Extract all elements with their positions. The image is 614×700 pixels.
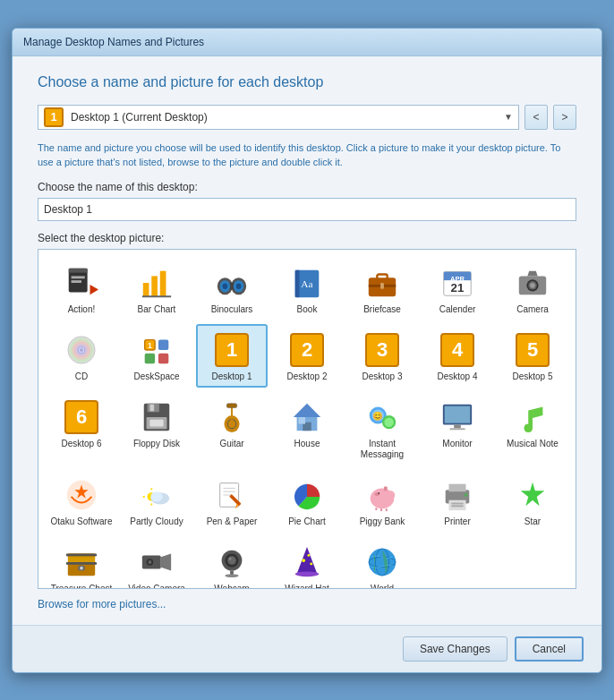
svg-rect-43 xyxy=(149,404,154,411)
picture-item-floppy[interactable]: Floppy Disk xyxy=(121,391,192,465)
svg-rect-86 xyxy=(449,483,466,491)
book-icon: Aa xyxy=(288,264,326,302)
picture-label-musical-note: Musical Note xyxy=(507,439,559,449)
picture-label-pie-chart: Pie Chart xyxy=(288,516,326,527)
picture-label-deskspace: DeskSpace xyxy=(133,371,179,382)
svg-rect-39 xyxy=(145,353,155,363)
picture-grid: Action!Bar ChartBinocularsAaBookBriefcas… xyxy=(46,257,568,589)
svg-point-90 xyxy=(465,493,468,497)
picture-item-desktop5[interactable]: 5Desktop 5 xyxy=(497,324,568,388)
svg-rect-7 xyxy=(160,270,166,296)
svg-point-30 xyxy=(530,283,535,288)
otaku-icon xyxy=(63,476,100,514)
picture-label-desktop3: Desktop 3 xyxy=(362,371,402,382)
svg-rect-5 xyxy=(143,283,149,296)
svg-rect-95 xyxy=(66,562,97,565)
picture-item-wizard-hat[interactable]: Wizard Hat xyxy=(271,536,343,589)
svg-rect-2 xyxy=(72,276,85,278)
picture-item-printer[interactable]: Printer xyxy=(422,469,493,533)
svg-rect-53 xyxy=(299,417,306,424)
camera-icon xyxy=(514,264,551,302)
picture-item-house[interactable]: House xyxy=(271,391,343,465)
picture-label-monitor: Monitor xyxy=(442,439,472,449)
treasure-chest-icon xyxy=(63,543,100,581)
save-button[interactable]: Save Changes xyxy=(403,636,507,662)
picture-item-treasure-chest[interactable]: Treasure Chest xyxy=(46,536,117,589)
picture-item-webcam[interactable]: Webcam xyxy=(196,536,268,589)
svg-text:21: 21 xyxy=(451,280,465,294)
svg-rect-20 xyxy=(377,274,387,279)
picture-label-binoculars: Binoculars xyxy=(211,304,253,315)
picture-label-desktop6: Desktop 6 xyxy=(61,439,101,449)
desktop-badge: 1 xyxy=(44,107,64,127)
svg-point-58 xyxy=(384,417,393,426)
picture-label-desktop4: Desktop 4 xyxy=(437,371,477,382)
svg-rect-81 xyxy=(384,486,388,491)
picture-item-action[interactable]: Action! xyxy=(46,257,117,320)
picture-item-desktop2[interactable]: 2Desktop 2 xyxy=(271,324,343,388)
picture-item-piggy-bank[interactable]: Piggy Bank xyxy=(346,469,418,533)
prev-desktop-button[interactable]: < xyxy=(524,105,548,130)
svg-point-14 xyxy=(223,283,228,289)
picture-item-deskspace[interactable]: 1DeskSpace xyxy=(121,324,192,388)
picture-label-bar-chart: Bar Chart xyxy=(138,304,176,315)
svg-marker-1 xyxy=(69,268,88,272)
deskspace-icon: 1 xyxy=(138,331,175,369)
picture-item-binoculars[interactable]: Binoculars xyxy=(196,257,268,320)
picture-item-guitar[interactable]: Guitar xyxy=(196,391,268,465)
svg-point-113 xyxy=(369,548,396,575)
svg-point-35 xyxy=(70,337,94,362)
picture-label-desktop5: Desktop 5 xyxy=(512,371,552,382)
browse-link[interactable]: Browse for more pictures... xyxy=(38,598,166,610)
picture-label-action: Action! xyxy=(68,304,96,315)
picture-label-world: World xyxy=(371,584,394,589)
picture-item-desktop3[interactable]: 3Desktop 3 xyxy=(346,324,418,388)
picture-item-musical-note[interactable]: Musical Note xyxy=(497,391,568,465)
dropdown-arrow-icon: ▼ xyxy=(504,112,513,122)
desktop2-icon: 2 xyxy=(288,331,326,369)
picture-item-partly-cloudy[interactable]: Partly Cloudy xyxy=(121,469,192,533)
cancel-button[interactable]: Cancel xyxy=(515,636,584,662)
picture-item-briefcase[interactable]: Briefcase xyxy=(346,257,418,320)
picture-item-cd[interactable]: CD xyxy=(46,324,117,388)
picture-item-monitor[interactable]: Monitor xyxy=(422,391,493,465)
picture-item-book[interactable]: AaBook xyxy=(271,257,343,320)
svg-text:1: 1 xyxy=(148,341,152,350)
picture-item-desktop6[interactable]: 6Desktop 6 xyxy=(46,391,117,465)
picture-label-wizard-hat: Wizard Hat xyxy=(285,584,328,589)
picture-item-desktop4[interactable]: 4Desktop 4 xyxy=(422,324,493,388)
world-icon xyxy=(363,543,401,581)
picture-item-pie-chart[interactable]: Pie Chart xyxy=(271,469,343,533)
picture-label-briefcase: Briefcase xyxy=(363,304,401,315)
monitor-icon xyxy=(439,398,476,436)
next-desktop-button[interactable]: > xyxy=(553,105,576,130)
name-label: Choose the name of this desktop: xyxy=(38,181,576,193)
picture-item-desktop1[interactable]: 1Desktop 1 xyxy=(196,324,268,388)
svg-rect-60 xyxy=(445,405,471,423)
svg-rect-22 xyxy=(380,283,384,289)
picture-item-instant-msg[interactable]: 😊Instant Messaging xyxy=(346,391,418,465)
picture-item-bar-chart[interactable]: Bar Chart xyxy=(121,257,192,320)
picture-item-camera[interactable]: Camera xyxy=(497,257,568,320)
svg-marker-99 xyxy=(161,553,171,570)
picture-label-calendar: Calender xyxy=(439,304,476,315)
svg-point-80 xyxy=(378,492,379,494)
picture-item-world[interactable]: World xyxy=(346,536,418,589)
webcam-icon xyxy=(213,543,251,581)
svg-text:😊: 😊 xyxy=(372,410,383,421)
picture-item-video-camera[interactable]: Video Camera xyxy=(121,536,192,589)
desktop4-icon: 4 xyxy=(439,331,476,369)
desktop-dropdown[interactable]: 1 Desktop 1 (Current Desktop) ▼ xyxy=(38,105,519,130)
dropdown-label: Desktop 1 (Current Desktop) xyxy=(71,111,504,124)
picture-item-calendar[interactable]: APR21Calender xyxy=(422,257,493,320)
dialog-title-bar: Manage Desktop Names and Pictures xyxy=(13,29,601,56)
picture-item-otaku[interactable]: Otaku Software xyxy=(46,469,117,533)
picture-label-floppy: Floppy Disk xyxy=(133,439,180,449)
main-title: Choose a name and picture for each deskt… xyxy=(38,74,576,90)
video-camera-icon xyxy=(138,543,175,581)
picture-item-pen-paper[interactable]: Pen & Paper xyxy=(196,469,268,533)
instant-msg-icon: 😊 xyxy=(363,398,401,436)
picture-item-star[interactable]: Star xyxy=(497,469,568,533)
desktop-name-input[interactable] xyxy=(38,198,576,221)
picture-label-instant-msg: Instant Messaging xyxy=(350,439,414,460)
